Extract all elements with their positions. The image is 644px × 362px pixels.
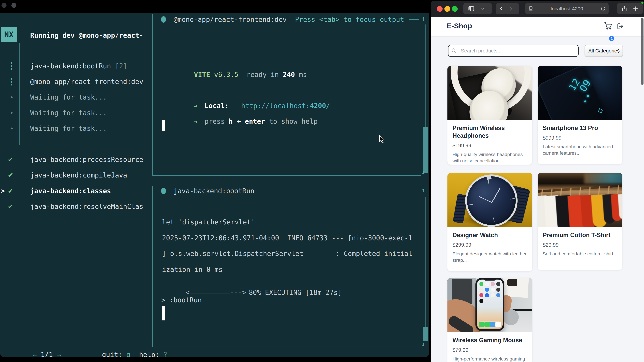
log-line: let 'dispatcherServlet' [162,218,255,226]
category-select[interactable]: All Categories [585,45,623,57]
zoom-window-button[interactable] [452,6,458,12]
spinner-icon [11,78,12,86]
task-row[interactable]: ✔ java-backend:processResource [0,156,151,164]
terminal-cursor [162,306,165,321]
log-line: ] o.s.web.servlet.DispatcherServlet : Co… [162,250,412,258]
product-name: Designer Watch [452,231,527,239]
scrollbar-thumb[interactable] [422,327,428,341]
arrow-icon: → [194,117,198,125]
focus-hint: Press <tab> to focus output [295,15,404,23]
product-image-watch [448,173,532,227]
task-label: java-backend:bootRun[2] [30,62,127,70]
minimize-window-button[interactable] [444,6,450,12]
quit-label: quit: [102,351,122,357]
localhost-link[interactable]: http://localhost:4200/ [241,102,330,110]
product-desc: Soft and comfortable cotton t-shirt... [543,251,617,257]
sidebar-button[interactable] [464,3,492,14]
close-window-button[interactable] [437,6,442,12]
gradle-task-line: > :bootRun [161,296,202,304]
terminal-window-dot[interactable] [12,3,16,8]
scroll-up-icon[interactable]: ↑ [421,14,425,22]
share-icon[interactable] [621,5,628,12]
task-row[interactable]: java-backend:bootRun[2] [0,62,151,70]
product-desc: Elegant designer watch with leather stra… [452,251,527,264]
task-row[interactable]: Waiting for task... [0,124,151,132]
chevron-down-icon [480,6,485,11]
check-icon: ✔ [8,171,14,179]
pending-dot-icon [11,112,12,114]
help-key: ? [163,351,167,357]
task-row[interactable]: Waiting for task... [0,109,151,117]
vite-ready-line: VITEv6.3.5ready in240ms [170,62,307,87]
task-row-selected[interactable]: > ✔ java-backend:classes [0,187,151,195]
search-input[interactable] [448,45,578,57]
pane-header-backend[interactable]: java-backend:bootRun [161,187,420,195]
search-icon [451,48,457,54]
product-card[interactable]: Premium Wireless Headphones $199.99 High… [448,66,532,165]
logout-icon[interactable] [616,22,624,30]
cart-icon[interactable] [604,21,612,30]
product-price: $999.99 [543,135,617,141]
category-selected-value: All Categories [588,48,620,54]
task-label: Waiting for task... [30,93,107,101]
page-scrollbar-thumb[interactable] [641,18,644,85]
task-row[interactable]: @mono-app/react-frontend:dev [0,78,151,86]
task-label: @mono-app/react-frontend:dev [30,78,143,86]
log-line: ization in 0 ms [162,266,222,274]
new-tab-icon[interactable] [632,5,639,12]
help-label: help: [139,351,159,357]
product-name: Premium Wireless Headphones [452,124,527,140]
task-label: java-backend:compileJava [30,171,127,179]
back-button[interactable] [498,5,505,12]
scroll-down-icon[interactable]: ↓ [421,340,425,348]
task-label: java-backend:resolveMainClas [30,202,143,211]
browser-toolbar: localhost:4200 [431,1,644,17]
product-desc: Latest smartphone with advanced camera f… [543,144,617,156]
task-label: Waiting for task... [30,124,107,132]
vite-help-line: →pressh + enterto show help [169,109,318,133]
forward-button[interactable] [508,5,514,12]
terminal-window-dot[interactable] [2,3,6,8]
product-name: Premium Cotton T-Shirt [543,231,617,239]
pane-title: @mono-app/react-frontend:dev [174,15,286,23]
address-bar[interactable]: localhost:4200 [525,3,608,14]
product-image-mouse [448,278,532,332]
sidebar-icon [468,5,475,12]
pane-header-frontend[interactable]: @mono-app/react-frontend:dev Press <tab>… [161,15,418,23]
task-label: Waiting for task... [30,109,107,117]
task-status-dot-icon [161,188,166,194]
product-image-tshirt [538,173,622,227]
product-card[interactable]: Designer Watch $299.99 Elegant designer … [448,173,532,271]
product-image-smartphone: 1209 [538,66,622,120]
task-row[interactable]: Waiting for task... [0,93,151,101]
product-card[interactable]: 1209 Smartphone 13 Pro $999.99 Latest sm… [538,66,622,164]
check-icon: ✔ [8,202,14,211]
nx-logo: NX [1,27,17,42]
next-page-arrow[interactable]: → [57,351,61,357]
scrollbar-thumb[interactable] [422,127,428,173]
scroll-down-icon[interactable]: ↓ [421,168,425,176]
header-rule [262,191,420,191]
product-price: $29.99 [543,242,617,248]
selection-chevron-icon: > [1,187,5,195]
terminal-cursor [162,120,165,131]
product-card[interactable]: Wireless Gaming Mouse $79.99 High-perfor… [448,278,532,362]
task-row[interactable]: ✔ java-backend:compileJava [0,171,151,179]
scrollbar-track[interactable] [425,197,426,341]
prev-page-arrow[interactable]: ← [33,351,37,357]
pending-dot-icon [11,128,12,129]
terminal-title: Running dev @mono-app/react- [30,31,143,39]
product-price: $199.99 [452,143,527,149]
task-status-dot-icon [161,16,166,23]
scroll-up-icon[interactable]: ↑ [421,186,425,194]
share-newtab-group [617,3,643,14]
page-indicator: 1/1 [41,351,53,357]
product-card[interactable]: Premium Cotton T-Shirt $29.99 Soft and c… [538,173,622,270]
screen: NX Running dev @mono-app/react- java-bac… [0,0,644,362]
reload-icon[interactable] [600,6,606,12]
terminal-statusbar: ←1/1→quit:qhelp:? [9,343,167,357]
check-icon: ✔ [8,187,14,195]
task-row[interactable]: ✔ java-backend:resolveMainClas [0,202,151,211]
url-text: localhost:4200 [525,6,608,11]
task-label: java-backend:classes [30,187,111,195]
